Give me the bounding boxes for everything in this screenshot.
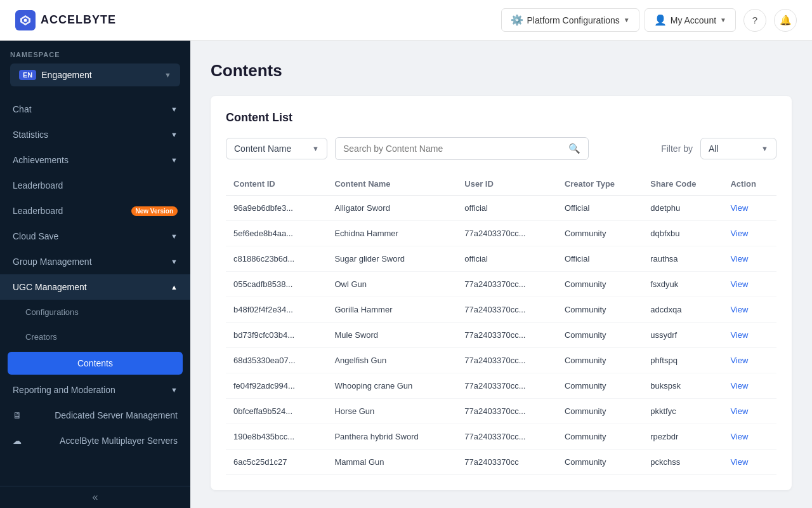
- help-button[interactable]: ?: [743, 9, 766, 32]
- sidebar-item-reporting-moderation[interactable]: Reporting and Moderation ▼: [0, 377, 190, 403]
- cell-share-code: rpezbdr: [643, 424, 723, 450]
- view-link[interactable]: View: [730, 406, 748, 416]
- view-link[interactable]: View: [730, 330, 748, 340]
- view-link[interactable]: View: [730, 279, 748, 289]
- filter-all-dropdown[interactable]: All ▼: [700, 138, 776, 159]
- collapse-icon: «: [93, 491, 98, 503]
- dedicated-server-label: Dedicated Server Management: [55, 410, 178, 420]
- view-link[interactable]: View: [730, 381, 748, 391]
- cell-content-id: bd73f9cfc03b4...: [226, 323, 327, 348]
- view-link[interactable]: View: [730, 432, 748, 441]
- filter-all-label: All: [709, 144, 719, 154]
- sidebar-item-contents[interactable]: Contents: [8, 352, 183, 375]
- namespace-name: Engagement: [41, 70, 159, 80]
- logo-icon: [15, 10, 36, 30]
- platform-config-button[interactable]: ⚙️ Platform Configurations ▼: [501, 8, 639, 32]
- cloud-icon: ☁: [13, 436, 22, 446]
- cell-action[interactable]: View: [723, 272, 776, 297]
- content-table: Content ID Content Name User ID Creator …: [226, 173, 776, 475]
- sidebar-item-leaderboard[interactable]: Leaderboard: [0, 173, 190, 198]
- search-input[interactable]: [343, 144, 563, 154]
- table-body: 96a9eb6dbfe3... Alligator Sword official…: [226, 196, 776, 475]
- filter-dropdown[interactable]: Content Name ▼: [226, 138, 327, 159]
- cell-content-name: Sugar glider Sword: [327, 246, 457, 272]
- bell-icon: 🔔: [780, 15, 792, 26]
- content-table-wrapper: Content ID Content Name User ID Creator …: [226, 173, 776, 475]
- logo-svg: [19, 14, 32, 27]
- view-link[interactable]: View: [730, 229, 748, 238]
- view-link[interactable]: View: [730, 305, 748, 314]
- table-row: 68d35330ea07... Angelfish Gun 77a2403370…: [226, 348, 776, 373]
- cell-share-code: pckchss: [643, 450, 723, 475]
- view-link[interactable]: View: [730, 203, 748, 213]
- sidebar-item-ugc-management[interactable]: UGC Management ▲: [0, 274, 190, 300]
- cell-creator-type: Community: [557, 272, 643, 297]
- cell-creator-type: Community: [557, 348, 643, 373]
- my-account-label: My Account: [671, 15, 716, 25]
- cell-action[interactable]: View: [723, 424, 776, 450]
- sidebar-item-creators[interactable]: Creators: [0, 324, 190, 349]
- cell-action[interactable]: View: [723, 399, 776, 424]
- cell-content-id: 190e8b435bcc...: [226, 424, 327, 450]
- achievements-label: Achievements: [13, 155, 69, 165]
- notifications-button[interactable]: 🔔: [774, 9, 797, 32]
- content-list-title: Content List: [226, 111, 776, 124]
- cell-content-id: 6ac5c25d1c27: [226, 450, 327, 475]
- sidebar-item-statistics[interactable]: Statistics ▼: [0, 122, 190, 147]
- namespace-select[interactable]: EN Engagement ▼: [10, 64, 180, 86]
- cell-creator-type: Community: [557, 323, 643, 348]
- cell-action[interactable]: View: [723, 246, 776, 272]
- sidebar-item-dedicated-server[interactable]: 🖥 Dedicated Server Management: [0, 403, 190, 428]
- cell-action[interactable]: View: [723, 221, 776, 246]
- sidebar-item-achievements[interactable]: Achievements ▼: [0, 147, 190, 173]
- cell-action[interactable]: View: [723, 323, 776, 348]
- server-icon: 🖥: [13, 410, 22, 420]
- creators-label: Creators: [25, 332, 57, 342]
- search-box: 🔍: [335, 137, 589, 160]
- col-user-id: User ID: [457, 173, 557, 196]
- group-management-label: Group Management: [13, 257, 92, 267]
- sidebar-item-configurations[interactable]: Configurations: [0, 300, 190, 324]
- cell-action[interactable]: View: [723, 297, 776, 323]
- sidebar-item-leaderboard-new[interactable]: Leaderboard New Version: [0, 198, 190, 224]
- sidebar-item-group-management[interactable]: Group Management ▼: [0, 249, 190, 274]
- cell-share-code: ddetphu: [643, 196, 723, 221]
- cell-share-code: fsxdyuk: [643, 272, 723, 297]
- cell-action[interactable]: View: [723, 373, 776, 399]
- cell-share-code: rauthsa: [643, 246, 723, 272]
- table-row: 96a9eb6dbfe3... Alligator Sword official…: [226, 196, 776, 221]
- cell-user-id: 77a2403370cc...: [457, 297, 557, 323]
- view-link[interactable]: View: [730, 254, 748, 264]
- sidebar-item-cloud-save[interactable]: Cloud Save ▼: [0, 224, 190, 249]
- cell-user-id: 77a2403370cc...: [457, 373, 557, 399]
- cell-action[interactable]: View: [723, 450, 776, 475]
- sidebar-collapse-button[interactable]: «: [0, 486, 190, 508]
- cell-creator-type: Community: [557, 399, 643, 424]
- table-row: 190e8b435bcc... Panthera hybrid Sword 77…: [226, 424, 776, 450]
- cell-content-name: Mule Sword: [327, 323, 457, 348]
- cell-content-id: c81886c23b6d...: [226, 246, 327, 272]
- cloud-save-label: Cloud Save: [13, 231, 58, 241]
- cell-content-id: 0bfceffa9b524...: [226, 399, 327, 424]
- chevron-down-icon: ▼: [171, 105, 178, 113]
- my-account-button[interactable]: 👤 My Account ▼: [645, 8, 736, 32]
- header-right: ⚙️ Platform Configurations ▼ 👤 My Accoun…: [501, 8, 797, 32]
- view-link[interactable]: View: [730, 457, 748, 467]
- cell-creator-type: Official: [557, 196, 643, 221]
- sidebar-nav: Chat ▼ Statistics ▼ Achievements ▼ Leade…: [0, 97, 190, 486]
- cell-action[interactable]: View: [723, 196, 776, 221]
- cell-creator-type: Community: [557, 297, 643, 323]
- table-row: 055cadfb8538... Owl Gun 77a2403370cc... …: [226, 272, 776, 297]
- contents-label: Contents: [77, 358, 113, 368]
- view-link[interactable]: View: [730, 356, 748, 365]
- sidebar-item-multiplayer-servers[interactable]: ☁ AccelByte Multiplayer Servers: [0, 428, 190, 453]
- cell-content-id: 68d35330ea07...: [226, 348, 327, 373]
- cell-user-id: 77a2403370cc...: [457, 399, 557, 424]
- cell-action[interactable]: View: [723, 348, 776, 373]
- logo-text: ACCELBYTE: [41, 13, 116, 27]
- cell-creator-type: Community: [557, 221, 643, 246]
- sidebar-item-chat[interactable]: Chat ▼: [0, 97, 190, 122]
- cell-share-code: dqbfxbu: [643, 221, 723, 246]
- table-row: c81886c23b6d... Sugar glider Sword offic…: [226, 246, 776, 272]
- chat-label: Chat: [13, 104, 32, 114]
